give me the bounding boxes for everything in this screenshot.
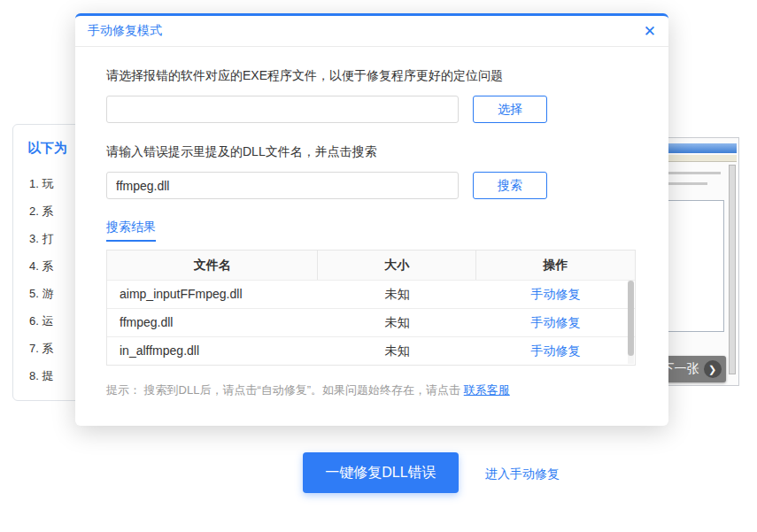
hint-prefix: 提示： 搜索到DLL后，请点击“自动修复”。如果问题始终存在，请点击 [106, 383, 464, 397]
table-row: ffmpeg.dll 未知 手动修复 [107, 308, 635, 336]
modal-title: 手动修复模式 [88, 23, 162, 39]
hint-text: 提示： 搜索到DLL后，请点击“自动修复”。如果问题始终存在，请点击 联系客服 [106, 382, 636, 398]
enter-manual-repair-link[interactable]: 进入手动修复 [485, 466, 560, 482]
search-button[interactable]: 搜索 [473, 172, 547, 199]
search-results-heading: 搜索结果 [106, 220, 156, 242]
modal-header: 手动修复模式 ✕ [75, 16, 668, 47]
result-size: 未知 [318, 309, 476, 336]
thumbnail-inner-window [659, 200, 724, 332]
dll-input-row: 搜索 [106, 172, 636, 199]
dll-name-input[interactable] [106, 172, 459, 199]
table-scrollbar-thumb[interactable] [628, 281, 634, 356]
table-row: in_alffmpeg.dll 未知 手动修复 [107, 336, 635, 365]
result-filename: in_alffmpeg.dll [107, 337, 318, 365]
dll-section-label: 请输入错误提示里提及的DLL文件名，并点击搜索 [106, 144, 636, 160]
table-header-row: 文件名 大小 操作 [107, 251, 635, 280]
contact-support-link[interactable]: 联系客服 [464, 383, 510, 397]
result-filename: ffmpeg.dll [107, 309, 318, 336]
search-results-table: 文件名 大小 操作 aimp_inputFFmpeg.dll 未知 手动修复 f… [106, 250, 636, 366]
column-header-filename: 文件名 [107, 251, 318, 280]
choose-file-button[interactable]: 选择 [473, 96, 547, 123]
manual-repair-modal: 手动修复模式 ✕ 请选择报错的软件对应的EXE程序文件，以便于修复程序更好的定位… [75, 13, 668, 426]
result-filename: aimp_inputFFmpeg.dll [107, 281, 318, 308]
thumbnail-scrollbar [729, 165, 736, 374]
table-scrollbar[interactable] [628, 281, 634, 364]
exe-path-input[interactable] [106, 96, 459, 123]
table-row: aimp_inputFFmpeg.dll 未知 手动修复 [107, 280, 635, 308]
result-size: 未知 [318, 281, 476, 308]
column-header-action: 操作 [476, 251, 635, 280]
result-size: 未知 [318, 337, 476, 365]
manual-repair-action-link[interactable]: 手动修复 [531, 315, 581, 329]
column-header-size: 大小 [318, 251, 476, 280]
exe-input-row: 选择 [106, 96, 636, 123]
close-icon[interactable]: ✕ [644, 24, 656, 39]
one-click-repair-button[interactable]: 一键修复DLL错误 [303, 452, 459, 493]
modal-body: 请选择报错的软件对应的EXE程序文件，以便于修复程序更好的定位问题 选择 请输入… [75, 68, 668, 398]
app-window: 以下为 1. 玩 2. 系 3. 打 4. 系 5. 游 6. 运 7. 系 8… [0, 0, 757, 532]
chevron-right-icon: ❯ [704, 360, 722, 378]
manual-repair-action-link[interactable]: 手动修复 [531, 287, 581, 301]
exe-section-label: 请选择报错的软件对应的EXE程序文件，以便于修复程序更好的定位问题 [106, 68, 636, 84]
manual-repair-action-link[interactable]: 手动修复 [531, 343, 581, 358]
